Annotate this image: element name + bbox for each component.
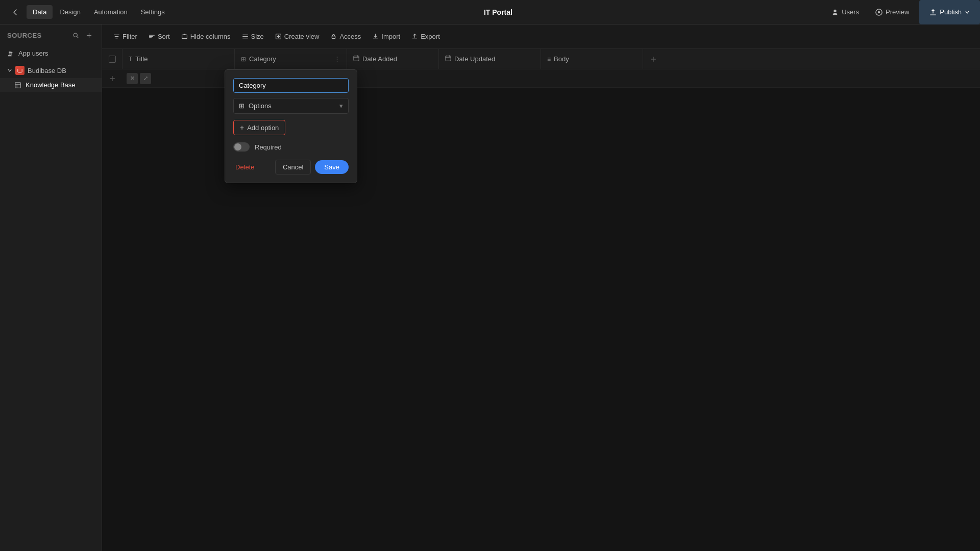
required-row: Required	[233, 142, 349, 152]
sidebar: Sources App users	[0, 24, 102, 551]
export-icon	[411, 33, 418, 40]
publish-chevron-icon	[965, 10, 970, 15]
search-icon	[72, 32, 79, 39]
sidebar-group-budibase-db-header[interactable]: Budibase DB	[0, 63, 102, 78]
column-name-input[interactable]	[233, 78, 349, 93]
row-action-expand[interactable]: ⤢	[140, 73, 151, 84]
svg-point-1	[878, 11, 880, 13]
sidebar-item-knowledge-base[interactable]: Knowledge Base	[0, 78, 102, 92]
top-right-actions: Users Preview Publish	[825, 0, 972, 24]
add-row-icon	[109, 75, 116, 82]
column-header-body[interactable]: ≡ Body	[541, 49, 643, 69]
app-users-icon	[7, 50, 14, 57]
column-type-label: Options	[249, 102, 272, 110]
back-button[interactable]	[8, 5, 22, 19]
svg-rect-9	[446, 56, 451, 61]
row-action-x[interactable]: ✕	[127, 73, 138, 84]
popup-actions: Delete Cancel Save	[233, 160, 349, 174]
publish-icon	[929, 9, 937, 16]
sidebar-item-app-users-label: App users	[18, 49, 48, 57]
column-header-title[interactable]: T Title	[122, 49, 235, 69]
toggle-knob	[234, 143, 241, 151]
plus-icon	[86, 32, 92, 39]
add-row-button[interactable]	[102, 69, 122, 87]
content-area: Filter Sort Hide columns Size	[102, 24, 980, 551]
svg-rect-4	[15, 82, 21, 88]
hide-columns-button[interactable]: Hide columns	[176, 30, 236, 43]
required-label: Required	[255, 143, 282, 151]
nav-tabs: Data Design Automation Settings	[27, 5, 171, 19]
top-nav: Data Design Automation Settings IT Porta…	[0, 0, 980, 24]
table-header: T Title ⊞ Category ⋮ Date Added	[102, 49, 980, 69]
date-added-col-label: Date Added	[362, 55, 397, 63]
column-type-select[interactable]: ⊞ Options ▾	[233, 98, 349, 114]
create-view-icon	[275, 33, 282, 40]
main-layout: Sources App users	[0, 24, 980, 551]
date-updated-col-label: Date Updated	[454, 55, 495, 63]
add-source-button[interactable]	[83, 30, 94, 41]
body-col-label: Body	[554, 55, 569, 63]
popup-body: ⊞ Options ▾ + Add option Required	[225, 69, 357, 183]
sidebar-title: Sources	[7, 32, 42, 39]
filter-icon	[113, 33, 120, 40]
tab-design[interactable]: Design	[54, 5, 86, 19]
column-header-date-updated[interactable]: Date Updated	[439, 49, 541, 69]
add-option-button[interactable]: + Add option	[233, 120, 285, 135]
category-col-more[interactable]: ⋮	[334, 55, 340, 63]
tab-data[interactable]: Data	[27, 5, 53, 19]
sort-button[interactable]: Sort	[143, 30, 175, 43]
category-col-icon: ⊞	[241, 56, 246, 63]
table-container: T Title ⊞ Category ⋮ Date Added	[102, 49, 980, 551]
add-column-button[interactable]	[643, 49, 664, 69]
title-col-icon: T	[129, 56, 132, 63]
required-toggle[interactable]	[233, 142, 250, 152]
knowledge-base-label: Knowledge Base	[26, 81, 76, 89]
users-button[interactable]: Users	[825, 5, 865, 19]
select-all-checkbox[interactable]	[109, 56, 116, 63]
publish-button[interactable]: Publish	[919, 0, 980, 24]
hide-columns-icon	[181, 33, 188, 40]
sidebar-header: Sources	[0, 24, 102, 46]
budibase-db-icon	[15, 66, 24, 75]
tab-automation[interactable]: Automation	[88, 5, 134, 19]
app-title: IT Portal	[173, 8, 823, 16]
sidebar-group-budibase-db: Budibase DB Knowledge Base	[0, 61, 102, 94]
import-button[interactable]: Import	[367, 30, 405, 43]
add-option-plus-icon: +	[240, 123, 244, 132]
date-added-col-icon	[353, 55, 359, 63]
sidebar-item-app-users[interactable]: App users	[0, 46, 102, 61]
column-type-icon: ⊞	[239, 102, 244, 110]
access-button[interactable]: Access	[325, 30, 366, 43]
cancel-button[interactable]: Cancel	[275, 160, 311, 174]
sidebar-header-icons	[70, 30, 94, 41]
export-button[interactable]: Export	[406, 30, 445, 43]
svg-rect-7	[332, 36, 336, 39]
date-updated-col-icon	[445, 55, 451, 63]
body-col-icon: ≡	[547, 56, 551, 63]
row-actions: ✕ ⤢	[122, 73, 151, 84]
size-icon	[242, 33, 249, 40]
preview-button[interactable]: Preview	[869, 5, 915, 19]
sort-icon	[149, 33, 155, 40]
add-column-icon	[650, 56, 657, 63]
budibase-db-label: Budibase DB	[28, 67, 66, 74]
create-view-button[interactable]: Create view	[270, 30, 325, 43]
column-header-date-added[interactable]: Date Added	[347, 49, 439, 69]
save-button[interactable]: Save	[315, 160, 349, 174]
filter-button[interactable]: Filter	[108, 30, 142, 43]
column-header-category[interactable]: ⊞ Category ⋮	[235, 49, 347, 69]
column-edit-popup: ⊞ Options ▾ + Add option Required	[225, 69, 357, 183]
svg-rect-5	[182, 35, 187, 38]
chevron-down-icon	[7, 68, 12, 73]
chevron-down-icon: ▾	[339, 102, 343, 110]
search-button[interactable]	[70, 30, 81, 41]
title-col-label: Title	[135, 55, 148, 63]
users-icon	[831, 9, 839, 16]
checkbox-column-header[interactable]	[102, 49, 122, 69]
toolbar: Filter Sort Hide columns Size	[102, 24, 980, 49]
tab-settings[interactable]: Settings	[135, 5, 171, 19]
size-button[interactable]: Size	[237, 30, 269, 43]
delete-button[interactable]: Delete	[233, 160, 257, 174]
table-icon	[14, 82, 21, 89]
preview-icon	[875, 9, 883, 16]
